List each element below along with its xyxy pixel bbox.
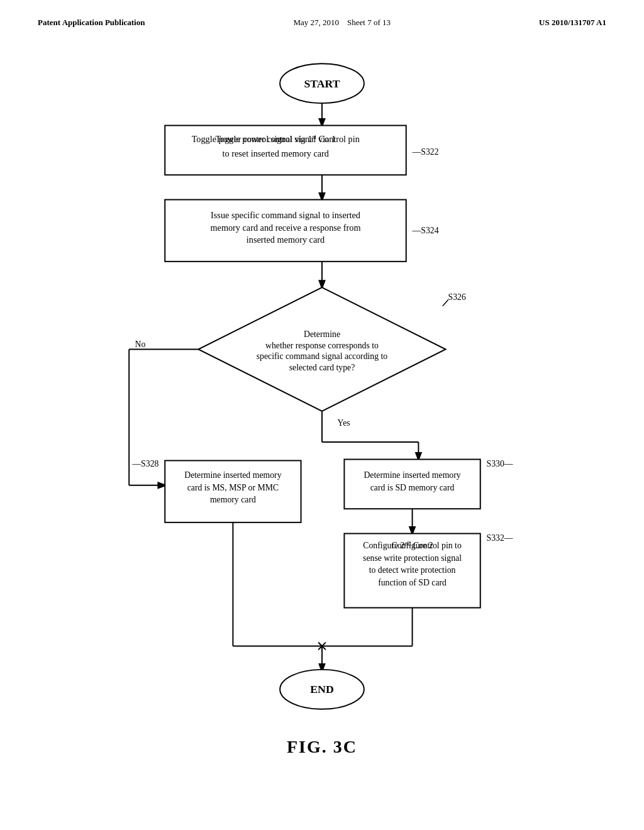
svg-text:Determine: Determine [304,329,340,339]
svg-text:selected card type?: selected card type? [289,363,355,372]
s324-label: —S324 [412,226,439,235]
svg-text:to detect write protection: to detect write protection [369,565,456,575]
end-label: END [310,683,333,695]
page-header: Patent Application Publication May 27, 2… [0,0,644,28]
svg-text:Determine inserted memory: Determine inserted memory [364,470,460,480]
no-label: No [135,340,145,349]
step322-line2: to reset inserted memory card [223,148,329,158]
yes-label: Yes [338,418,350,428]
s328-label: —S328 [131,459,158,468]
svg-line-15 [443,300,448,306]
svg-text:memory card: memory card [210,495,256,504]
start-label: START [304,77,340,90]
svg-text:memory card and receive a resp: memory card and receive a response from [210,223,360,233]
flowchart-svg: START Toggle power control signal via 1 … [0,34,644,776]
header-date: May 27, 2010 [294,18,340,27]
header-patent-number: US 2010/131707 A1 [539,18,606,28]
svg-text:Determine inserted memory: Determine inserted memory [184,470,281,480]
svg-text:whether response corresponds t: whether response corresponds to [265,341,379,350]
s332-label: S332— [487,533,513,543]
s322-label: —S322 [412,147,439,157]
svg-text:card is SD memory card: card is SD memory card [370,483,455,492]
header-publication-label: Patent Application Publication [38,18,145,28]
svg-text:sense write protection signal: sense write protection signal [363,553,462,563]
figure-caption: FIG. 3C [0,737,644,757]
diagram-area: START Toggle power control signal via 1 … [0,34,644,776]
header-sheet: Sheet 7 of 13 [347,18,391,27]
s330-label: S330— [487,459,513,468]
svg-text:specific command signal accord: specific command signal according to [257,351,388,361]
svg-text:function of SD card: function of SD card [378,578,447,587]
svg-text:Configure 2nd Control pin to: Configure 2nd Control pin to [363,540,462,550]
header-center-info: May 27, 2010 Sheet 7 of 13 [294,18,391,28]
s326-label: S326 [448,292,466,302]
svg-text:card is MS, MSP or MMC: card is MS, MSP or MMC [187,483,279,492]
svg-text:Toggle power control signal vi: Toggle power control signal via 1st Cont… [192,133,360,144]
svg-text:Issue specific command signal : Issue specific command signal to inserte… [211,210,360,220]
svg-text:inserted memory card: inserted memory card [247,235,325,245]
